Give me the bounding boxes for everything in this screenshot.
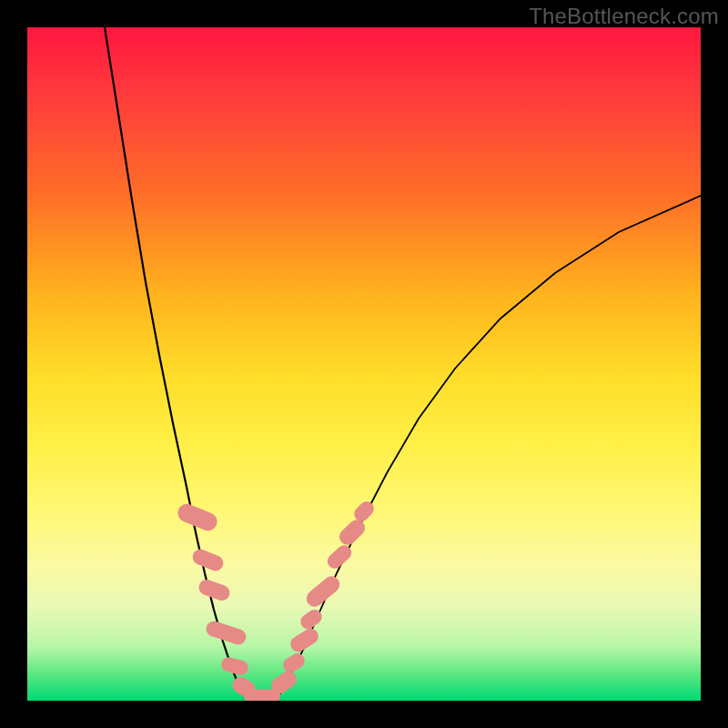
- data-bead: [288, 625, 321, 654]
- chart-frame: TheBottleneck.com: [0, 0, 728, 728]
- watermark-text: TheBottleneck.com: [529, 4, 719, 29]
- data-bead: [175, 500, 219, 532]
- data-bead: [219, 655, 249, 676]
- bead-layer: [27, 27, 701, 701]
- plot-area: [27, 27, 701, 701]
- data-bead: [204, 619, 248, 646]
- data-bead: [197, 577, 232, 602]
- data-bead: [303, 573, 343, 611]
- data-bead: [190, 547, 226, 573]
- data-bead: [298, 606, 325, 631]
- data-bead: [324, 542, 354, 571]
